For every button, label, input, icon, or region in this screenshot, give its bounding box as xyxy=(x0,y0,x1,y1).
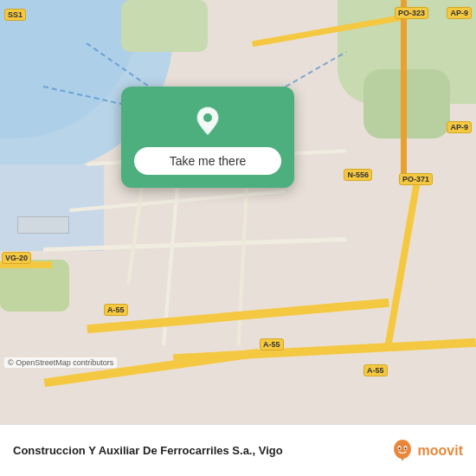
location-title: Construccion Y Auxiliar De Ferrocarriles… xyxy=(13,444,382,457)
road-label-n556: N-556 xyxy=(344,169,372,181)
road-label-vg20: VG-20 xyxy=(2,252,31,264)
road-label-a55-3: A-55 xyxy=(363,364,388,376)
road-label-po371: PO-371 xyxy=(399,173,433,185)
moovit-icon xyxy=(390,439,415,463)
map-attribution: © OpenStreetMap contributors xyxy=(4,357,117,368)
road-ap9 xyxy=(401,0,407,173)
green-area-2 xyxy=(363,69,450,138)
location-pin-icon xyxy=(190,104,225,138)
highway-a55-3 xyxy=(44,349,260,388)
road-n556 xyxy=(385,174,422,345)
moovit-logo: moovit xyxy=(390,439,463,463)
road-label-ss1: SS1 xyxy=(4,9,26,21)
green-area-3 xyxy=(121,0,208,52)
map[interactable]: PO-323 AP-9 AP-9 PO-371 N-556 A-55 A-55 … xyxy=(0,0,476,424)
harbor-pier xyxy=(17,216,69,234)
road-label-ap9-top: AP-9 xyxy=(447,7,472,19)
popup-card: Take me there xyxy=(121,87,294,188)
road-label-a55-1: A-55 xyxy=(104,304,128,316)
road-label-po323: PO-323 xyxy=(395,7,428,19)
road-label-a55-2: A-55 xyxy=(260,338,284,351)
road-label-ap9-mid: AP-9 xyxy=(447,121,472,133)
svg-point-7 xyxy=(395,441,410,457)
location-name: Construccion Y Auxiliar De Ferrocarriles… xyxy=(13,444,382,457)
moovit-brand-text: moovit xyxy=(418,443,463,459)
svg-point-10 xyxy=(398,447,400,449)
svg-point-5 xyxy=(203,113,212,122)
bottom-bar: Construccion Y Auxiliar De Ferrocarriles… xyxy=(0,424,476,476)
take-me-there-button[interactable]: Take me there xyxy=(134,147,281,175)
svg-point-11 xyxy=(404,447,406,449)
